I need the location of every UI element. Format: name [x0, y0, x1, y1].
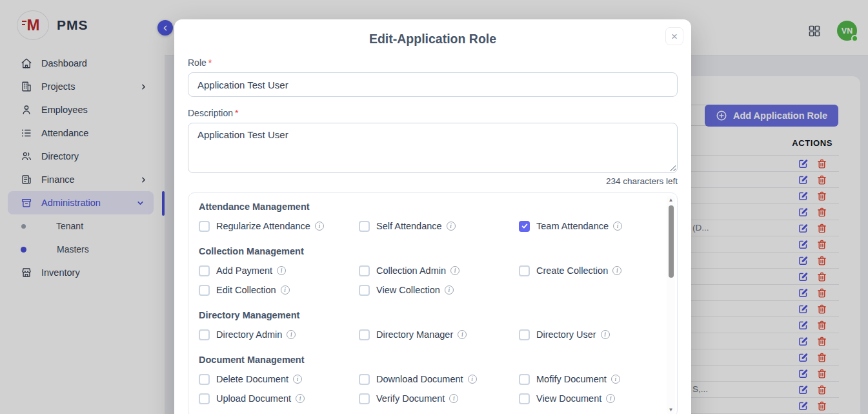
- permission-label: Download Document: [376, 374, 463, 384]
- permission-label: Create Collection: [536, 265, 608, 276]
- checkbox-create-collection[interactable]: [519, 265, 530, 276]
- permission-label: View Collection: [376, 285, 440, 295]
- permission-item-verify-document: Verify Documenti: [359, 391, 519, 406]
- close-icon: ×: [671, 31, 678, 42]
- checkbox-directory-user[interactable]: [519, 329, 530, 340]
- info-icon[interactable]: i: [287, 330, 296, 339]
- checkbox-directory-admin[interactable]: [199, 329, 210, 340]
- description-label: Description*: [188, 108, 678, 118]
- permission-item-directory-manager: Directory Manageri: [359, 327, 519, 342]
- permission-section-title: Document Management: [199, 355, 667, 365]
- info-icon[interactable]: i: [458, 330, 467, 339]
- info-icon[interactable]: i: [447, 222, 456, 231]
- info-icon[interactable]: i: [611, 375, 620, 384]
- permission-item-regularize-attendance: Regularize Attendancei: [199, 219, 359, 233]
- checkbox-mofify-document[interactable]: [519, 374, 530, 385]
- permission-label: Upload Document: [216, 393, 291, 404]
- permission-label: Mofify Document: [536, 374, 607, 384]
- permission-item-create-collection: Create Collectioni: [519, 264, 678, 278]
- characters-left-counter: 234 characters left: [188, 176, 678, 186]
- permission-item-collection-admin: Collection Admini: [359, 264, 519, 278]
- info-icon[interactable]: i: [296, 394, 305, 403]
- checkbox-team-attendance[interactable]: [519, 221, 530, 232]
- required-asterisk: *: [208, 57, 212, 68]
- permission-section-title: Attendance Management: [199, 202, 667, 212]
- checkbox-view-collection[interactable]: [359, 285, 370, 296]
- info-icon[interactable]: i: [612, 266, 621, 275]
- checkbox-delete-document[interactable]: [199, 374, 210, 385]
- permission-label: Self Attendance: [376, 221, 442, 231]
- checkbox-directory-manager[interactable]: [359, 329, 370, 340]
- permission-item-view-collection: View Collectioni: [359, 283, 519, 297]
- info-icon[interactable]: i: [468, 375, 477, 384]
- permission-grid: Regularize AttendanceiSelf AttendanceiTe…: [199, 219, 667, 233]
- info-icon[interactable]: i: [293, 375, 302, 384]
- modal-title: Edit-Application Role: [188, 19, 678, 47]
- permission-item-self-attendance: Self Attendancei: [359, 219, 519, 233]
- info-icon[interactable]: i: [277, 266, 286, 275]
- role-label: Role*: [188, 57, 678, 68]
- required-asterisk: *: [235, 108, 238, 118]
- checkbox-view-document[interactable]: [519, 393, 530, 404]
- info-icon[interactable]: i: [450, 266, 459, 275]
- edit-application-role-modal: × Edit-Application Role Role* Descriptio…: [174, 19, 691, 414]
- info-icon[interactable]: i: [606, 394, 615, 403]
- permission-label: Add Payment: [216, 265, 272, 276]
- permission-label: View Document: [536, 393, 601, 404]
- checkbox-collection-admin[interactable]: [359, 265, 370, 276]
- permission-label: Delete Document: [216, 374, 288, 384]
- permission-item-directory-user: Directory Useri: [519, 327, 678, 342]
- info-icon[interactable]: i: [445, 285, 454, 295]
- info-icon[interactable]: i: [281, 285, 290, 295]
- permission-item-directory-admin: Directory Admini: [199, 327, 359, 342]
- info-icon[interactable]: i: [449, 394, 458, 403]
- role-input[interactable]: [188, 72, 678, 97]
- permission-section-title: Collection Management: [199, 246, 667, 256]
- permissions-scrollbar[interactable]: ▲ ▼: [667, 195, 675, 414]
- checkbox-upload-document[interactable]: [199, 393, 210, 404]
- permission-item-mofify-document: Mofify Documenti: [519, 372, 678, 386]
- checkbox-regularize-attendance[interactable]: [199, 221, 210, 232]
- info-icon[interactable]: i: [613, 222, 622, 231]
- permission-item-view-document: View Documenti: [519, 391, 678, 406]
- permission-item-add-payment: Add Paymenti: [199, 264, 359, 278]
- info-icon[interactable]: i: [315, 222, 324, 231]
- scroll-up-arrow-icon[interactable]: ▲: [667, 197, 675, 203]
- scrollbar-thumb[interactable]: [669, 205, 674, 278]
- permission-label: Directory User: [536, 329, 596, 340]
- permission-label: Directory Admin: [216, 329, 282, 340]
- permission-grid: Delete DocumentiDownload DocumentiMofify…: [199, 372, 667, 406]
- permission-label: Regularize Attendance: [216, 221, 310, 231]
- info-icon[interactable]: i: [601, 330, 610, 339]
- checkbox-verify-document[interactable]: [359, 393, 370, 404]
- permission-grid: Directory AdminiDirectory ManageriDirect…: [199, 327, 667, 342]
- permissions-panel: Attendance ManagementRegularize Attendan…: [188, 192, 678, 414]
- checkbox-download-document[interactable]: [359, 374, 370, 385]
- permission-label: Team Attendance: [536, 221, 609, 231]
- permission-label: Edit Collection: [216, 285, 276, 295]
- permission-grid: Add PaymentiCollection AdminiCreate Coll…: [199, 264, 667, 297]
- checkbox-add-payment[interactable]: [199, 265, 210, 276]
- close-button[interactable]: ×: [665, 27, 683, 45]
- description-textarea[interactable]: Application Test User: [188, 123, 678, 173]
- permission-item-delete-document: Delete Documenti: [199, 372, 359, 386]
- scroll-down-arrow-icon[interactable]: ▼: [667, 407, 675, 413]
- permission-item-team-attendance: Team Attendancei: [519, 219, 678, 233]
- permission-item-download-document: Download Documenti: [359, 372, 519, 386]
- permission-label: Verify Document: [376, 393, 445, 404]
- checkbox-self-attendance[interactable]: [359, 221, 370, 232]
- permission-section-title: Directory Management: [199, 310, 667, 320]
- permission-label: Directory Manager: [376, 329, 453, 340]
- permission-item-upload-document: Upload Documenti: [199, 391, 359, 406]
- permission-label: Collection Admin: [376, 265, 446, 276]
- permission-item-edit-collection: Edit Collectioni: [199, 283, 359, 297]
- checkbox-edit-collection[interactable]: [199, 285, 210, 296]
